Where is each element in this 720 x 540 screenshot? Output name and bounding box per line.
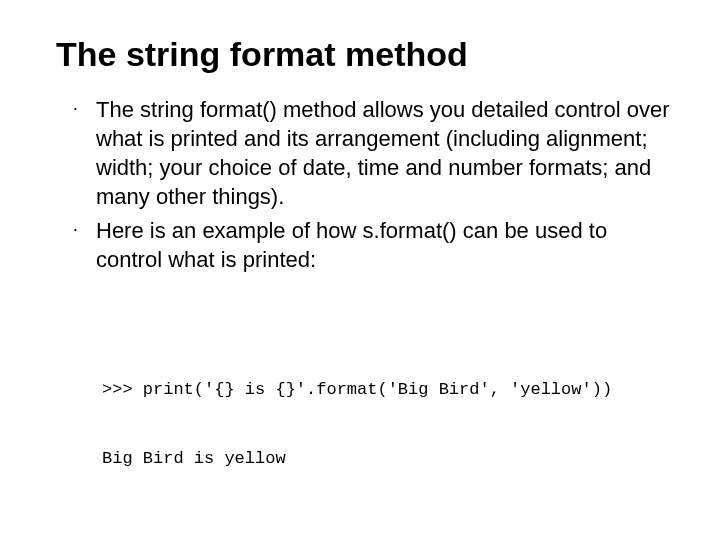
- bullet-item: Here is an example of how s.format() can…: [74, 216, 670, 274]
- code-block: >>> print('{} is {}'.format('Big Bird', …: [102, 288, 670, 540]
- slide: The string format method The string form…: [0, 0, 720, 540]
- code-line: Big Bird is yellow: [102, 448, 670, 471]
- code-example: >>> print('{} is {}'.format('Big Bird', …: [102, 333, 670, 517]
- code-line: >>> print('{} is {}'.format('Big Bird', …: [102, 379, 670, 402]
- slide-title: The string format method: [56, 36, 670, 73]
- bullet-item: The string format() method allows you de…: [74, 95, 670, 211]
- bullet-list: The string format() method allows you de…: [56, 95, 670, 273]
